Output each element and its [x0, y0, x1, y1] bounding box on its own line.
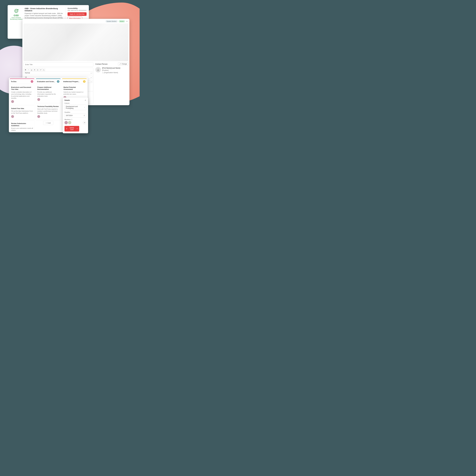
apply-membership-button[interactable]: Apply for membership: [68, 12, 86, 16]
deadline-input[interactable]: 19/7/2024: [65, 114, 86, 118]
contact-org: [Organization Name]: [104, 71, 118, 74]
add-member-button[interactable]: [83, 121, 86, 124]
column-title: Evaluation and Scree...: [37, 81, 55, 83]
change-contact-button[interactable]: Change: [118, 62, 128, 66]
logo-sub1: Green Industries: [10, 17, 23, 18]
card-avatar: [37, 115, 40, 118]
column-title: Intellectual Propert...: [63, 81, 80, 83]
kanban-card[interactable]: Review Submission Guidelines Ensure your…: [10, 121, 34, 132]
card-title: Submit Your Idea: [11, 107, 33, 110]
card-details-popover: Details Column Development and Prototypi…: [63, 98, 88, 133]
members-label: Members i: [65, 119, 86, 120]
pencil-icon: [119, 63, 121, 65]
format-select[interactable]: Normal⌄: [24, 71, 93, 74]
plus-icon: +: [46, 122, 47, 124]
title-input[interactable]: [23, 62, 93, 67]
card-body: Provide any additional information reque…: [37, 91, 59, 97]
column-count: 2: [83, 80, 85, 83]
svg-point-8: [84, 122, 85, 123]
card-title: Brainstorm and Document Your Idea: [11, 86, 33, 90]
code-button[interactable]: {}: [36, 68, 39, 71]
kanban-card[interactable]: Brainstorm and Document Your Idea Create…: [10, 85, 34, 105]
card-title: Market Potential Assessment: [64, 86, 85, 90]
strike-button[interactable]: S: [33, 68, 36, 71]
trash-icon: [66, 128, 68, 130]
card-body: Submit any market research or potential …: [64, 91, 85, 95]
member-avatars: [65, 121, 71, 124]
column-label: Column: [65, 102, 86, 104]
column-count: 4: [31, 80, 33, 83]
column-header[interactable]: Intellectual Propert... 2: [62, 78, 87, 84]
subscript-button[interactable]: x₂: [42, 68, 45, 71]
add-card-button[interactable]: + Card: [43, 121, 53, 125]
hero-image[interactable]: [23, 23, 128, 61]
card-avatar: [11, 115, 14, 118]
person-icon: [97, 68, 100, 71]
column-header[interactable]: To-Dos 4: [10, 78, 34, 84]
superscript-button[interactable]: x²: [39, 68, 42, 71]
svg-point-5: [98, 69, 99, 70]
info-icon: i: [71, 119, 72, 120]
column-count: 2: [57, 80, 59, 83]
card-title: Technical Feasibility Review: [37, 105, 59, 107]
chevron-down-icon: [77, 128, 78, 129]
contact-panel: Contact Person Change [First Name] [Last…: [95, 62, 128, 104]
org-icon: [102, 72, 103, 73]
card-body: Ensure your submission meets all criteri…: [11, 127, 33, 131]
card-avatar: [37, 98, 40, 101]
contact-name: [First Name] [Last Name]: [102, 67, 120, 69]
column-select[interactable]: Development and Prototyping: [65, 105, 86, 110]
person-plus-icon: [84, 122, 85, 123]
card-title: Prepare Additional Documentation: [37, 86, 59, 90]
kanban-column-evaluation: Evaluation and Scree... 2 Prepare Additi…: [36, 78, 61, 132]
chevron-up-icon[interactable]: [126, 20, 128, 22]
underline-button[interactable]: U: [30, 68, 33, 71]
contact-position: [Position]: [102, 69, 120, 71]
delete-card-button[interactable]: Delete Card: [65, 126, 79, 132]
contact-heading: Contact Person: [95, 63, 107, 65]
contact-avatar: [95, 67, 101, 72]
italic-button[interactable]: I: [27, 68, 30, 71]
card-title: Review Submission Guidelines: [11, 122, 33, 127]
group-title: GIBI - Green Industries Brandenburg Init…: [25, 7, 64, 12]
card-body: Create a detailed description of your te…: [11, 91, 33, 99]
active-pill: Active: [119, 20, 125, 22]
kanban-card[interactable]: Technical Feasibility Review Work with T…: [36, 104, 61, 120]
column-header[interactable]: Evaluation and Scree... 2: [36, 78, 61, 84]
accessibility-text: After approval by administrator: [68, 10, 86, 11]
chevron-up-icon[interactable]: [85, 99, 86, 101]
logo-sub2: Brandenburg Initiative: [10, 18, 23, 20]
system-section-pill: System Section: [105, 20, 118, 22]
kanban-card[interactable]: Submit Your Idea Fill out the Idea Submi…: [10, 106, 34, 120]
bold-button[interactable]: B: [24, 68, 27, 71]
column-title: To-Dos: [11, 81, 17, 83]
contact-info: [First Name] [Last Name] [Position] [Org…: [102, 67, 120, 74]
group-logo: GIBI Green Industries Brandenburg Initia…: [10, 7, 23, 37]
deadline-label: Deadline: [65, 111, 86, 113]
select-arrows-icon: [84, 107, 85, 108]
card-avatar: [11, 100, 14, 103]
card-body: Fill out the Idea Submission Form on the…: [11, 110, 33, 114]
accessibility-heading: Accessibility: [68, 7, 86, 9]
kanban-card[interactable]: Prepare Additional Documentation Provide…: [36, 85, 61, 103]
card-body: Work with TechTrans experts to conduct a…: [37, 108, 59, 114]
globe-leaf-icon: [14, 8, 19, 14]
details-heading: Details: [65, 99, 70, 101]
kanban-column-todos: To-Dos 4 Brainstorm and Document Your Id…: [10, 78, 34, 132]
editor-head: System Section Active: [23, 20, 128, 23]
logo-brand: GIBI: [10, 14, 23, 17]
trash-icon[interactable]: [84, 115, 85, 116]
